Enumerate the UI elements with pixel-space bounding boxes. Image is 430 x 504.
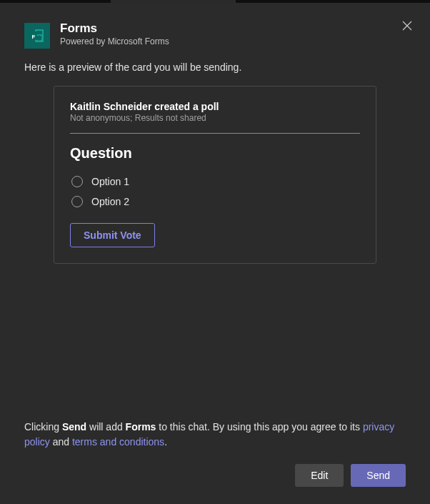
footer-bold-forms: Forms	[126, 421, 156, 433]
send-button[interactable]: Send	[351, 464, 406, 487]
forms-app-icon: F	[24, 23, 50, 49]
footer-bold-send: Send	[62, 421, 86, 433]
forms-preview-dialog: F Forms Powered by Microsoft Forms Here …	[0, 3, 430, 504]
svg-rect-3	[36, 31, 42, 34]
footer-text-part: .	[164, 436, 167, 448]
dialog-subtitle: Powered by Microsoft Forms	[60, 36, 169, 46]
spacer	[24, 264, 406, 420]
poll-creator-line: Kaitlin Schneider created a poll	[70, 101, 360, 112]
dialog-header: F Forms Powered by Microsoft Forms	[24, 21, 406, 49]
close-icon	[402, 21, 412, 31]
dialog-title: Forms	[60, 21, 169, 36]
card-divider	[70, 133, 360, 134]
footer-text-part: will add	[86, 421, 125, 433]
poll-meta: Not anonymous; Results not shared	[70, 113, 360, 123]
poll-option-label: Option 1	[91, 176, 129, 187]
footer-text-part: and	[50, 436, 72, 448]
footer-disclaimer: Clicking Send will add Forms to this cha…	[24, 420, 406, 450]
svg-point-4	[37, 36, 42, 41]
radio-icon	[71, 176, 83, 187]
footer-text-part: Clicking	[24, 421, 62, 433]
header-text: Forms Powered by Microsoft Forms	[60, 21, 169, 46]
poll-option[interactable]: Option 1	[70, 172, 360, 192]
poll-preview-card: Kaitlin Schneider created a poll Not ano…	[54, 86, 376, 264]
poll-question: Question	[70, 145, 360, 162]
svg-text:F: F	[32, 34, 36, 40]
poll-option[interactable]: Option 2	[70, 192, 360, 212]
terms-conditions-link[interactable]: terms and conditions	[72, 436, 164, 448]
edit-button[interactable]: Edit	[295, 464, 344, 487]
close-button[interactable]	[399, 17, 416, 34]
footer-text-part: to this chat. By using this app you agre…	[156, 421, 363, 433]
dialog-button-row: Edit Send	[24, 464, 406, 487]
preview-description: Here is a preview of the card you will b…	[24, 61, 406, 73]
radio-icon	[71, 196, 83, 207]
submit-vote-button[interactable]: Submit Vote	[70, 223, 155, 247]
poll-option-label: Option 2	[91, 196, 129, 207]
